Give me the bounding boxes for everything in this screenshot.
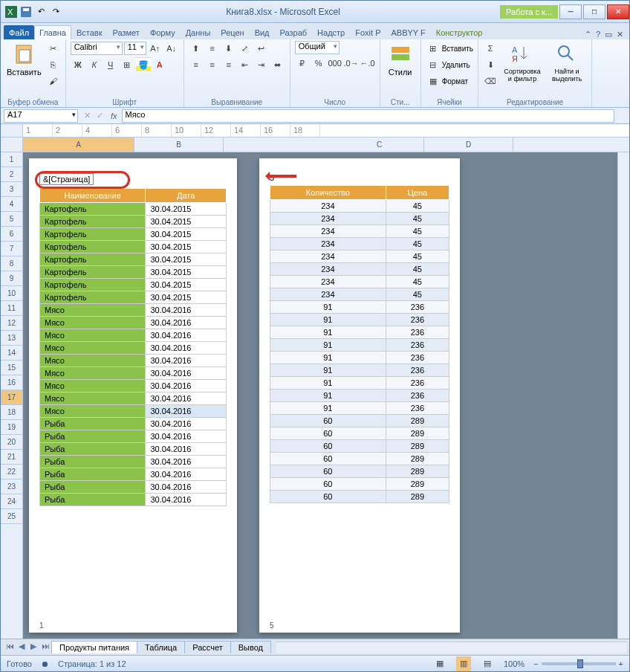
normal-view-icon[interactable]: ▦: [432, 656, 447, 671]
row-header[interactable]: 3: [1, 182, 22, 197]
copy-icon[interactable]: ⎘: [46, 57, 61, 72]
table-row[interactable]: Мясо30.04.2016: [40, 317, 227, 329]
tab-formulas[interactable]: Форму: [145, 25, 181, 39]
table-row[interactable]: Картофель30.04.2015: [40, 216, 227, 228]
maximize-button[interactable]: □: [583, 4, 605, 19]
fill-color-icon[interactable]: 🪣: [136, 57, 151, 72]
table-row[interactable]: Картофель30.04.2015: [40, 253, 227, 266]
find-select-button[interactable]: Найти и выделить: [547, 41, 587, 84]
last-sheet-icon[interactable]: ⏭: [39, 642, 51, 653]
next-sheet-icon[interactable]: ▶: [27, 642, 39, 653]
increase-font-icon[interactable]: A↑: [148, 41, 163, 56]
table-row[interactable]: 60289: [270, 415, 449, 427]
row-header[interactable]: 8: [1, 256, 22, 271]
tab-abbyy[interactable]: ABBYY F: [386, 25, 430, 39]
confirm-formula-icon[interactable]: ✓: [94, 111, 106, 120]
row-header[interactable]: 17: [1, 390, 22, 405]
formula-input[interactable]: Мясо: [122, 109, 614, 123]
row-header[interactable]: 23: [1, 479, 22, 494]
comma-icon[interactable]: 000: [328, 56, 342, 71]
styles-button[interactable]: Стили: [385, 41, 416, 78]
increase-indent-icon[interactable]: ⇥: [254, 57, 269, 72]
decrease-decimal-icon[interactable]: ←.0: [360, 56, 375, 71]
table-row[interactable]: 23445: [270, 238, 449, 251]
table-row[interactable]: Мясо30.04.2016: [40, 367, 227, 380]
table-row[interactable]: Картофель30.04.2015: [40, 241, 227, 253]
table-row[interactable]: 60289: [270, 427, 449, 440]
first-sheet-icon[interactable]: ⏮: [4, 642, 16, 653]
row-header[interactable]: 20: [1, 435, 22, 450]
zoom-in-icon[interactable]: +: [619, 659, 623, 668]
decrease-indent-icon[interactable]: ⇤: [238, 57, 253, 72]
page-break-view-icon[interactable]: ▤: [480, 656, 495, 671]
row-header[interactable]: 22: [1, 465, 22, 479]
sort-filter-button[interactable]: AЯ Сортировка и фильтр: [501, 41, 544, 84]
row-header[interactable]: 9: [1, 271, 22, 286]
autosum-icon[interactable]: Σ: [483, 41, 498, 56]
row-header[interactable]: 18: [1, 405, 22, 420]
table-row[interactable]: 91236: [270, 352, 449, 364]
col-header-c[interactable]: C: [335, 138, 424, 152]
name-box[interactable]: A17: [4, 109, 78, 123]
italic-icon[interactable]: К: [87, 57, 102, 72]
zoom-slider[interactable]: [542, 662, 616, 665]
sheet-tab-2[interactable]: Рассчет: [184, 641, 231, 653]
tab-file[interactable]: Файл: [4, 25, 34, 39]
row-header[interactable]: 1: [1, 152, 22, 167]
row-header[interactable]: 11: [1, 301, 22, 316]
fill-icon[interactable]: ⬇: [483, 57, 498, 72]
table-row[interactable]: Картофель30.04.2015: [40, 266, 227, 279]
minimize-button[interactable]: ─: [559, 4, 582, 19]
table-row[interactable]: Рыба30.04.2016: [40, 418, 227, 430]
currency-icon[interactable]: ₽: [295, 56, 310, 71]
row-header[interactable]: 19: [1, 420, 22, 435]
row-header[interactable]: 14: [1, 346, 22, 361]
page-layout-view-icon[interactable]: ▥: [456, 656, 471, 671]
percent-icon[interactable]: %: [311, 56, 326, 71]
row-header[interactable]: 13: [1, 331, 22, 346]
table-row[interactable]: Рыба30.04.2016: [40, 481, 227, 494]
table-row[interactable]: 23445: [270, 263, 449, 276]
tab-addins[interactable]: Надстр: [312, 25, 350, 39]
table-row[interactable]: Рыба30.04.2016: [40, 494, 227, 506]
table-row[interactable]: 60289: [270, 453, 449, 465]
font-color-icon[interactable]: A: [152, 57, 167, 72]
table-row[interactable]: Мясо30.04.2016: [40, 392, 227, 405]
prev-sheet-icon[interactable]: ◀: [16, 642, 27, 653]
table-row[interactable]: 60289: [270, 478, 449, 491]
table-row[interactable]: 23445: [270, 225, 449, 238]
table-row[interactable]: 23445: [270, 200, 449, 213]
table-row[interactable]: Мясо30.04.2016: [40, 329, 227, 342]
table-row[interactable]: 91236: [270, 364, 449, 377]
table-row[interactable]: Рыба30.04.2016: [40, 468, 227, 481]
row-header[interactable]: 4: [1, 197, 22, 212]
table-row[interactable]: Мясо30.04.2016: [40, 405, 227, 418]
insert-cells-icon[interactable]: ⊞: [426, 41, 441, 56]
table-row[interactable]: 91236: [270, 377, 449, 390]
row-header[interactable]: 12: [1, 316, 22, 331]
table-row[interactable]: 23445: [270, 276, 449, 288]
minimize-ribbon-icon[interactable]: ⌃: [585, 30, 591, 39]
align-middle-icon[interactable]: ≡: [205, 41, 220, 56]
window-restore-icon[interactable]: ▭: [605, 30, 612, 39]
macro-record-icon[interactable]: ⏺: [41, 659, 49, 668]
paste-button[interactable]: Вставить: [5, 41, 43, 78]
page-header-field[interactable]: &[Страница]: [39, 173, 94, 185]
zoom-out-icon[interactable]: −: [533, 659, 538, 668]
font-size-combo[interactable]: 11: [124, 42, 146, 55]
table-row[interactable]: 23445: [270, 251, 449, 263]
format-cells-icon[interactable]: ▦: [426, 74, 441, 88]
fx-icon[interactable]: fx: [106, 112, 122, 120]
row-header[interactable]: 16: [1, 375, 22, 390]
undo-icon[interactable]: ↶: [35, 6, 47, 18]
table-row[interactable]: 91236: [270, 390, 449, 402]
redo-icon[interactable]: ↷: [50, 6, 62, 18]
tab-insert[interactable]: Вставк: [71, 25, 108, 39]
orientation-icon[interactable]: ⤢: [238, 41, 253, 56]
table-row[interactable]: 60289: [270, 465, 449, 478]
increase-decimal-icon[interactable]: .0→: [344, 56, 359, 71]
tab-review[interactable]: Рецен: [215, 25, 249, 39]
worksheet-grid[interactable]: 124681012141618 A B C D &[Страница] Наим…: [23, 124, 629, 639]
table-row[interactable]: Мясо30.04.2016: [40, 380, 227, 392]
row-header[interactable]: 6: [1, 227, 22, 242]
